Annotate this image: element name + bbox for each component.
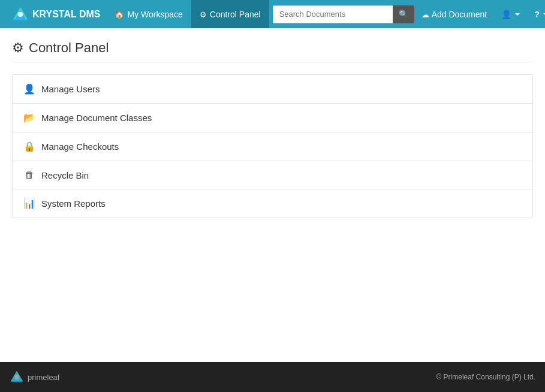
search-button[interactable]: 🔍	[393, 5, 414, 23]
navbar-right: Add Document 👤	[414, 0, 545, 28]
footer-logo-icon	[10, 370, 24, 384]
user-icon: 👤	[23, 83, 35, 95]
panel-item-system-reports[interactable]: 📊 System Reports	[13, 189, 532, 218]
footer-brand: primeleaf	[10, 370, 59, 384]
system-reports-label: System Reports	[41, 198, 106, 209]
bar-chart-icon: 📊	[23, 198, 35, 209]
app-logo-icon	[12, 6, 29, 23]
panel-list: 👤 Manage Users 📂 Manage Document Classes…	[12, 74, 533, 218]
footer-brand-name: primeleaf	[28, 373, 59, 382]
lock-icon: 🔒	[23, 141, 35, 152]
cloud-icon	[421, 10, 429, 19]
navbar: KRYSTAL DMS My Workspace Control Panel 🔍…	[0, 0, 545, 28]
help-dropdown[interactable]	[527, 0, 545, 28]
add-document-label: Add Document	[432, 10, 487, 19]
nav-control-panel-label: Control Panel	[210, 10, 261, 19]
footer-copyright: © Primeleaf Consulting (P) Ltd.	[436, 373, 535, 381]
svg-point-5	[14, 375, 19, 379]
search-icon: 🔍	[399, 10, 408, 19]
nav-workspace-label: My Workspace	[127, 10, 182, 19]
nav-control-panel[interactable]: Control Panel	[191, 0, 269, 28]
page-title-icon: ⚙	[12, 40, 24, 56]
panel-item-manage-document-classes[interactable]: 📂 Manage Document Classes	[13, 104, 532, 132]
svg-point-2	[18, 11, 23, 17]
manage-users-label: Manage Users	[41, 84, 100, 94]
settings-icon	[200, 10, 207, 19]
app-name: KRYSTAL DMS	[32, 9, 100, 20]
user-nav-icon: 👤	[501, 10, 511, 19]
question-icon	[534, 10, 540, 19]
manage-checkouts-label: Manage Checkouts	[41, 141, 119, 152]
folder-icon: 📂	[23, 112, 35, 123]
recycle-bin-label: Recycle Bin	[41, 170, 89, 180]
manage-document-classes-label: Manage Document Classes	[41, 113, 152, 123]
home-icon	[115, 10, 124, 19]
page-header: ⚙ Control Panel	[12, 40, 533, 62]
add-document-dropdown[interactable]: Add Document	[414, 0, 495, 28]
panel-item-manage-checkouts[interactable]: 🔒 Manage Checkouts	[13, 132, 532, 161]
trash-icon: 🗑	[23, 170, 35, 180]
panel-item-manage-users[interactable]: 👤 Manage Users	[13, 75, 532, 104]
footer: primeleaf © Primeleaf Consulting (P) Ltd…	[0, 362, 545, 392]
search-container: 🔍	[273, 5, 414, 23]
search-input[interactable]	[273, 5, 393, 23]
caret-user	[515, 13, 520, 16]
user-dropdown[interactable]: 👤	[494, 0, 527, 28]
main-content: ⚙ Control Panel 👤 Manage Users 📂 Manage …	[0, 28, 545, 362]
page-title: Control Panel	[29, 40, 109, 56]
nav-workspace[interactable]: My Workspace	[106, 0, 191, 28]
panel-item-recycle-bin[interactable]: 🗑 Recycle Bin	[13, 161, 532, 189]
app-brand[interactable]: KRYSTAL DMS	[6, 6, 106, 23]
